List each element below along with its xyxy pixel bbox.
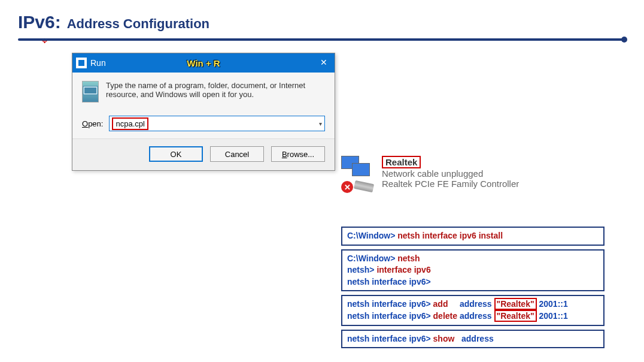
adapter-name: Realtek — [382, 156, 421, 168]
cmd-box-1: C:\Window> netsh interface ipv6 install — [341, 227, 604, 246]
run-description: Type the name of a program, folder, docu… — [106, 81, 325, 99]
run-app-icon — [76, 58, 87, 68]
close-icon[interactable]: ✕ — [318, 56, 330, 68]
run-titlebar: Run Win + R ✕ — [72, 53, 335, 73]
adapter-device: Realtek PCIe FE Family Controller — [382, 179, 519, 189]
run-body-icon — [82, 81, 99, 102]
title-sub: Address Configuration — [67, 16, 209, 32]
run-dialog: Run Win + R ✕ Type the name of a program… — [72, 53, 335, 171]
adapter-status: Network cable unplugged — [382, 168, 519, 179]
divider — [18, 38, 626, 41]
run-shortcut-label: Win + R — [187, 58, 220, 68]
cable-icon — [354, 180, 374, 192]
open-value: ncpa.cpl — [112, 117, 148, 130]
cancel-button[interactable]: Cancel — [210, 146, 264, 162]
run-title-label: Run — [90, 58, 106, 68]
cmd-box-2: C:\Window> netsh netsh> interface ipv6 n… — [341, 249, 604, 292]
open-combobox[interactable]: ncpa.cpl ▾ — [109, 116, 325, 131]
cmd-box-3: netsh interface ipv6> add address "Realt… — [341, 295, 604, 325]
network-adapter: ✕ Realtek Network cable unplugged Realte… — [341, 156, 519, 198]
svg-rect-1 — [84, 88, 96, 93]
ok-button[interactable]: OK — [149, 146, 203, 162]
open-label: Open: — [82, 119, 103, 128]
error-icon: ✕ — [341, 181, 353, 193]
adapter-icon: ✕ — [341, 156, 377, 198]
browse-button[interactable]: Browse... — [271, 146, 325, 162]
title-main: IPv6: — [18, 12, 61, 32]
chevron-down-icon[interactable]: ▾ — [319, 120, 322, 127]
cmd-box-4: netsh interface ipv6> show address — [341, 330, 604, 349]
